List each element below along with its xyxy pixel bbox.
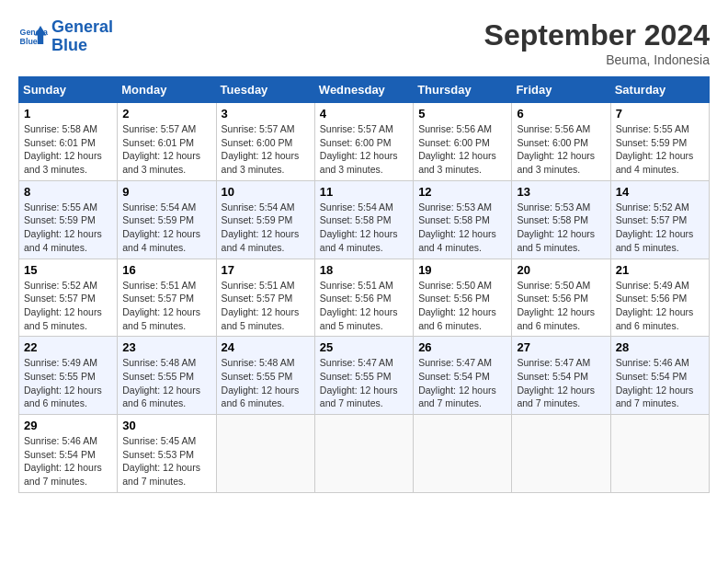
calendar-cell: [216, 415, 314, 493]
calendar-cell: 23Sunrise: 5:48 AMSunset: 5:55 PMDayligh…: [118, 337, 216, 415]
day-info: Sunrise: 5:54 AMSunset: 5:59 PMDaylight:…: [122, 201, 210, 255]
calendar-cell: 18Sunrise: 5:51 AMSunset: 5:56 PMDayligh…: [314, 259, 413, 337]
day-number: 6: [517, 107, 605, 121]
weekday-header-sunday: Sunday: [19, 77, 118, 103]
weekday-header-wednesday: Wednesday: [314, 77, 413, 103]
day-info: Sunrise: 5:51 AMSunset: 5:56 PMDaylight:…: [320, 279, 408, 333]
day-info: Sunrise: 5:45 AMSunset: 5:53 PMDaylight:…: [122, 434, 210, 488]
calendar-cell: 6Sunrise: 5:56 AMSunset: 6:00 PMDaylight…: [512, 103, 610, 181]
weekday-header-saturday: Saturday: [610, 77, 709, 103]
day-info: Sunrise: 5:53 AMSunset: 5:58 PMDaylight:…: [517, 201, 605, 255]
title-block: September 2024 Beuma, Indonesia: [484, 18, 710, 67]
calendar-cell: 26Sunrise: 5:47 AMSunset: 5:54 PMDayligh…: [414, 337, 512, 415]
weekday-header-tuesday: Tuesday: [216, 77, 314, 103]
calendar-cell: 30Sunrise: 5:45 AMSunset: 5:53 PMDayligh…: [118, 415, 216, 493]
day-number: 28: [616, 340, 704, 354]
logo-icon: General Blue: [18, 22, 48, 52]
day-number: 10: [222, 185, 310, 199]
calendar-cell: 17Sunrise: 5:51 AMSunset: 5:57 PMDayligh…: [216, 259, 314, 337]
weekday-header-thursday: Thursday: [414, 77, 512, 103]
calendar-cell: 12Sunrise: 5:53 AMSunset: 5:58 PMDayligh…: [414, 180, 512, 259]
day-info: Sunrise: 5:49 AMSunset: 5:56 PMDaylight:…: [616, 279, 704, 333]
day-info: Sunrise: 5:47 AMSunset: 5:54 PMDaylight:…: [517, 356, 605, 410]
calendar-cell: 2Sunrise: 5:57 AMSunset: 6:01 PMDaylight…: [118, 103, 216, 181]
day-number: 13: [517, 185, 605, 199]
calendar-cell: 16Sunrise: 5:51 AMSunset: 5:57 PMDayligh…: [118, 259, 216, 337]
month-title: September 2024: [484, 18, 710, 52]
day-info: Sunrise: 5:51 AMSunset: 5:57 PMDaylight:…: [122, 279, 210, 333]
day-info: Sunrise: 5:56 AMSunset: 6:00 PMDaylight:…: [517, 122, 605, 177]
day-number: 2: [122, 107, 210, 121]
weekday-header-friday: Friday: [512, 77, 610, 103]
day-number: 16: [122, 263, 210, 277]
weekday-header-monday: Monday: [118, 77, 216, 103]
calendar-cell: 7Sunrise: 5:55 AMSunset: 5:59 PMDaylight…: [610, 103, 709, 181]
calendar-cell: 3Sunrise: 5:57 AMSunset: 6:00 PMDaylight…: [216, 103, 314, 181]
day-number: 9: [122, 185, 210, 199]
day-number: 20: [517, 263, 605, 277]
calendar-cell: [314, 415, 413, 493]
calendar-cell: 29Sunrise: 5:46 AMSunset: 5:54 PMDayligh…: [19, 415, 118, 493]
day-number: 22: [24, 340, 112, 354]
calendar-cell: [414, 415, 512, 493]
location-subtitle: Beuma, Indonesia: [484, 52, 710, 67]
day-info: Sunrise: 5:50 AMSunset: 5:56 PMDaylight:…: [517, 279, 605, 333]
day-info: Sunrise: 5:48 AMSunset: 5:55 PMDaylight:…: [122, 356, 210, 410]
day-number: 17: [222, 263, 310, 277]
calendar-cell: 15Sunrise: 5:52 AMSunset: 5:57 PMDayligh…: [19, 259, 118, 337]
calendar-cell: 20Sunrise: 5:50 AMSunset: 5:56 PMDayligh…: [512, 259, 610, 337]
day-info: Sunrise: 5:57 AMSunset: 6:00 PMDaylight:…: [320, 122, 408, 177]
calendar-cell: 27Sunrise: 5:47 AMSunset: 5:54 PMDayligh…: [512, 337, 610, 415]
day-info: Sunrise: 5:52 AMSunset: 5:57 PMDaylight:…: [616, 201, 704, 255]
calendar-cell: 25Sunrise: 5:47 AMSunset: 5:55 PMDayligh…: [314, 337, 413, 415]
day-number: 26: [418, 340, 506, 354]
calendar-cell: 5Sunrise: 5:56 AMSunset: 6:00 PMDaylight…: [414, 103, 512, 181]
day-number: 25: [320, 340, 408, 354]
calendar-header-row: SundayMondayTuesdayWednesdayThursdayFrid…: [19, 77, 710, 103]
logo-text-line2: Blue: [51, 37, 113, 55]
day-number: 29: [24, 419, 112, 432]
page-header: General Blue General Blue September 2024…: [18, 18, 710, 67]
day-number: 4: [320, 107, 408, 121]
calendar-cell: 14Sunrise: 5:52 AMSunset: 5:57 PMDayligh…: [610, 180, 709, 259]
day-info: Sunrise: 5:55 AMSunset: 5:59 PMDaylight:…: [24, 201, 112, 255]
day-info: Sunrise: 5:56 AMSunset: 6:00 PMDaylight:…: [418, 122, 506, 177]
day-info: Sunrise: 5:54 AMSunset: 5:58 PMDaylight:…: [320, 201, 408, 255]
day-number: 7: [616, 107, 704, 121]
day-info: Sunrise: 5:47 AMSunset: 5:55 PMDaylight:…: [320, 356, 408, 410]
day-number: 8: [24, 185, 112, 199]
day-number: 14: [616, 185, 704, 199]
day-number: 15: [24, 263, 112, 277]
day-info: Sunrise: 5:50 AMSunset: 5:56 PMDaylight:…: [418, 279, 506, 333]
day-info: Sunrise: 5:54 AMSunset: 5:59 PMDaylight:…: [222, 201, 310, 255]
calendar-cell: 21Sunrise: 5:49 AMSunset: 5:56 PMDayligh…: [610, 259, 709, 337]
day-info: Sunrise: 5:58 AMSunset: 6:01 PMDaylight:…: [24, 122, 112, 177]
logo: General Blue General Blue: [18, 18, 113, 55]
calendar-cell: 1Sunrise: 5:58 AMSunset: 6:01 PMDaylight…: [19, 103, 118, 181]
calendar-cell: 13Sunrise: 5:53 AMSunset: 5:58 PMDayligh…: [512, 180, 610, 259]
day-number: 23: [122, 340, 210, 354]
day-info: Sunrise: 5:57 AMSunset: 6:01 PMDaylight:…: [122, 122, 210, 177]
calendar-cell: 19Sunrise: 5:50 AMSunset: 5:56 PMDayligh…: [414, 259, 512, 337]
day-info: Sunrise: 5:46 AMSunset: 5:54 PMDaylight:…: [24, 434, 112, 488]
calendar-table: SundayMondayTuesdayWednesdayThursdayFrid…: [18, 76, 710, 493]
svg-text:Blue: Blue: [20, 37, 38, 46]
day-info: Sunrise: 5:47 AMSunset: 5:54 PMDaylight:…: [418, 356, 506, 410]
calendar-cell: [512, 415, 610, 493]
day-info: Sunrise: 5:49 AMSunset: 5:55 PMDaylight:…: [24, 356, 112, 410]
calendar-cell: 4Sunrise: 5:57 AMSunset: 6:00 PMDaylight…: [314, 103, 413, 181]
calendar-cell: 10Sunrise: 5:54 AMSunset: 5:59 PMDayligh…: [216, 180, 314, 259]
calendar-cell: 24Sunrise: 5:48 AMSunset: 5:55 PMDayligh…: [216, 337, 314, 415]
day-number: 3: [222, 107, 310, 121]
day-number: 12: [418, 185, 506, 199]
calendar-cell: 9Sunrise: 5:54 AMSunset: 5:59 PMDaylight…: [118, 180, 216, 259]
day-number: 30: [122, 419, 210, 432]
day-info: Sunrise: 5:46 AMSunset: 5:54 PMDaylight:…: [616, 356, 704, 410]
day-info: Sunrise: 5:48 AMSunset: 5:55 PMDaylight:…: [222, 356, 310, 410]
calendar-cell: 22Sunrise: 5:49 AMSunset: 5:55 PMDayligh…: [19, 337, 118, 415]
calendar-cell: 8Sunrise: 5:55 AMSunset: 5:59 PMDaylight…: [19, 180, 118, 259]
day-number: 5: [418, 107, 506, 121]
calendar-cell: 28Sunrise: 5:46 AMSunset: 5:54 PMDayligh…: [610, 337, 709, 415]
logo-text-line1: General: [51, 18, 113, 37]
day-info: Sunrise: 5:52 AMSunset: 5:57 PMDaylight:…: [24, 279, 112, 333]
